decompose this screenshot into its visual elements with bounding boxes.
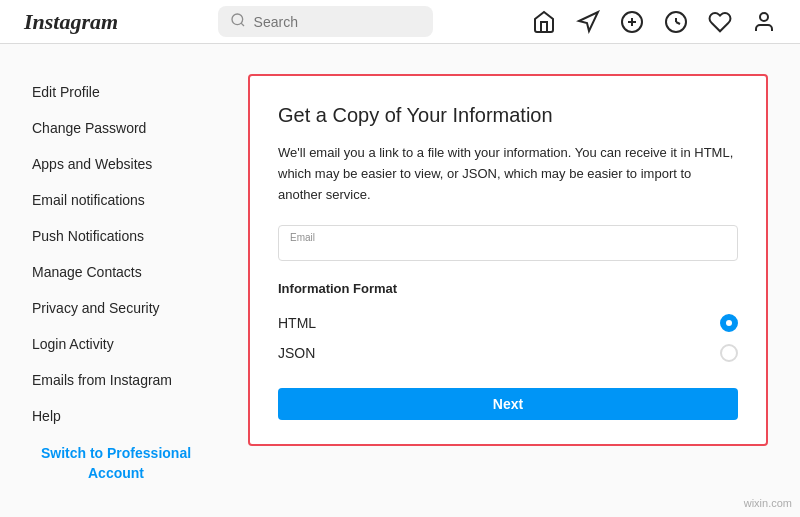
next-button[interactable]: Next xyxy=(278,388,738,420)
explore-icon[interactable] xyxy=(576,10,600,34)
sidebar-item-edit-profile[interactable]: Edit Profile xyxy=(16,74,216,110)
sidebar: Edit Profile Change Password Apps and We… xyxy=(16,74,216,493)
format-section-title: Information Format xyxy=(278,281,738,296)
sidebar-item-login-activity[interactable]: Login Activity xyxy=(16,326,216,362)
info-card: Get a Copy of Your Information We'll ema… xyxy=(248,74,768,446)
sidebar-item-professional[interactable]: Switch to Professional Account xyxy=(16,434,216,493)
main-content: Get a Copy of Your Information We'll ema… xyxy=(248,74,784,493)
email-input[interactable] xyxy=(278,225,738,261)
svg-point-9 xyxy=(760,13,768,21)
header: Instagram xyxy=(0,0,800,44)
sidebar-item-privacy-security[interactable]: Privacy and Security xyxy=(16,290,216,326)
card-title: Get a Copy of Your Information xyxy=(278,104,738,127)
format-json-label: JSON xyxy=(278,345,315,361)
create-icon[interactable] xyxy=(620,10,644,34)
format-json-radio[interactable] xyxy=(720,344,738,362)
svg-line-8 xyxy=(676,22,680,24)
format-section: Information Format HTML JSON xyxy=(278,281,738,368)
sidebar-item-apps-websites[interactable]: Apps and Websites xyxy=(16,146,216,182)
sidebar-item-change-password[interactable]: Change Password xyxy=(16,110,216,146)
sidebar-item-emails-instagram[interactable]: Emails from Instagram xyxy=(16,362,216,398)
home-icon[interactable] xyxy=(532,10,556,34)
svg-marker-2 xyxy=(579,12,598,31)
search-bar[interactable] xyxy=(218,6,433,37)
instagram-logo: Instagram xyxy=(24,9,118,35)
sidebar-item-push-notifications[interactable]: Push Notifications xyxy=(16,218,216,254)
profile-icon[interactable] xyxy=(752,10,776,34)
layout: Edit Profile Change Password Apps and We… xyxy=(0,74,800,493)
svg-line-1 xyxy=(241,23,244,26)
card-description: We'll email you a link to a file with yo… xyxy=(278,143,738,205)
sidebar-item-email-notifications[interactable]: Email notifications xyxy=(16,182,216,218)
heart-icon[interactable] xyxy=(708,10,732,34)
format-option-json[interactable]: JSON xyxy=(278,338,738,368)
watermark: wixin.com xyxy=(744,497,792,509)
compass-icon[interactable] xyxy=(664,10,688,34)
header-icons xyxy=(532,10,776,34)
sidebar-item-help[interactable]: Help xyxy=(16,398,216,434)
format-html-radio[interactable] xyxy=(720,314,738,332)
search-input[interactable] xyxy=(254,14,421,30)
sidebar-item-manage-contacts[interactable]: Manage Contacts xyxy=(16,254,216,290)
format-html-label: HTML xyxy=(278,315,316,331)
search-icon xyxy=(230,12,246,31)
email-field-wrapper: Email xyxy=(278,225,738,261)
svg-point-0 xyxy=(232,14,243,25)
format-option-html[interactable]: HTML xyxy=(278,308,738,338)
